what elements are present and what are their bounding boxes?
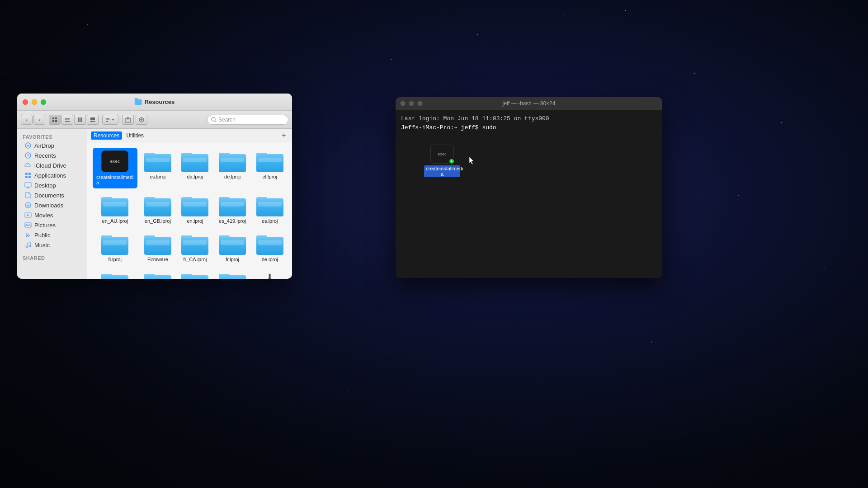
desktop-icon [24,182,32,189]
favorites-label: Favorites [17,132,87,141]
sidebar-downloads-label: Downloads [34,202,63,209]
file-label-da-lproj: da.lproj [187,174,203,180]
svg-rect-30 [28,176,31,178]
svg-rect-29 [25,176,28,178]
file-item-cs-lproj[interactable]: cs.lproj [141,148,175,188]
group-sort-buttons [102,115,118,125]
sidebar-item-pictures[interactable]: Pictures [19,220,85,230]
sidebar-item-icloud[interactable]: iCloud Drive [19,160,85,170]
finder-content: Resources Utilities + exec createinstall… [87,129,292,279]
sidebar-item-music[interactable]: Music [19,240,85,250]
sidebar-item-airdrop[interactable]: AirDrop [19,141,85,150]
sidebar-item-downloads[interactable]: Downloads [19,200,85,210]
file-item-os-installer[interactable]: ⬇ mac OS macOS [253,269,287,279]
tag-button[interactable] [136,115,147,125]
file-item-de-lproj[interactable]: de.lproj [216,148,250,188]
svg-line-23 [215,121,217,122]
svg-point-22 [212,117,215,121]
file-item-fr-lproj[interactable]: fr.lproj [216,230,250,265]
svg-rect-13 [94,121,95,122]
minimize-button[interactable] [32,99,37,105]
icon-view-button[interactable] [49,115,61,125]
terminal-titlebar: jeff — -bash — 80×24 [396,97,662,110]
documents-icon [24,192,32,199]
file-item-el-lproj[interactable]: el.lproj [253,148,287,188]
back-button[interactable]: ‹ [21,115,33,125]
path-add-button[interactable]: + [279,131,288,140]
file-item-en-au-lproj[interactable]: en_AU.lproj [93,192,137,227]
svg-rect-0 [52,117,54,119]
search-box[interactable]: Search [207,115,288,125]
applications-icon [24,172,32,179]
file-item-en-gb-lproj[interactable]: en_GB.lproj [141,192,175,227]
file-item-createinstallmedia[interactable]: exec createinstallmedia [93,148,137,188]
file-label-fr-ca-lproj: fr_CA.lproj [183,257,207,263]
path-utilities[interactable]: Utilities [123,131,146,140]
finder-window: Resources ‹ › [17,94,292,279]
file-item-en-lproj[interactable]: en.lproj [178,192,212,227]
file-item-es-419-lproj[interactable]: es_419.lproj [216,192,250,227]
svg-rect-27 [25,173,28,175]
file-label-en-au-lproj: en_AU.lproj [102,218,128,224]
file-item-he-lproj[interactable]: he.lproj [253,230,287,265]
file-item-row4-col2[interactable] [141,269,175,279]
recents-icon [24,152,32,159]
desktop-drag-item[interactable]: exec + createinstallmedia [424,145,460,177]
gallery-view-button[interactable] [87,115,99,125]
list-view-button[interactable] [61,115,73,125]
svg-point-39 [29,245,31,247]
file-item-es-lproj[interactable]: es.lproj [253,192,287,227]
terminal-body[interactable]: Last login: Mon Jun 18 11:03:25 on ttys0… [396,110,662,278]
sidebar-item-documents[interactable]: Documents [19,190,85,200]
forward-button[interactable]: › [33,115,45,125]
close-button[interactable] [23,99,28,105]
file-label-es-lproj: es.lproj [262,218,278,224]
drag-copy-plus-icon: + [448,158,455,164]
svg-rect-9 [81,117,83,122]
share-button[interactable] [122,115,134,125]
sidebar-item-recents[interactable]: Recents [19,150,85,160]
sidebar-item-desktop[interactable]: Desktop [19,180,85,190]
svg-rect-16 [106,121,108,122]
terminal-maximize-button[interactable] [417,101,423,106]
file-item-da-lproj[interactable]: da.lproj [178,148,212,188]
downloads-icon [24,202,32,209]
music-icon [24,241,32,249]
finder-body: Favorites AirDrop [17,129,292,279]
exec-file-icon: exec [101,150,128,172]
terminal-minimize-button[interactable] [409,101,414,106]
file-item-row4-col3[interactable] [178,269,212,279]
file-item-firmware[interactable]: Firmware [141,230,175,265]
maximize-button[interactable] [41,99,46,105]
icloud-icon [24,162,32,169]
sort-button[interactable] [102,115,118,125]
svg-rect-12 [92,121,94,122]
sidebar-documents-label: Documents [34,192,64,199]
file-item-fi-lproj[interactable]: fi.lproj [93,230,137,265]
os-installer-icon: ⬇ mac OS [256,272,283,279]
sidebar-item-movies[interactable]: Movies [19,210,85,220]
file-label-el-lproj: el.lproj [262,174,277,180]
svg-rect-4 [65,118,70,119]
desktop-item-label: createinstallmedia [424,165,460,177]
path-resources[interactable]: Resources [91,131,122,140]
airdrop-icon [24,142,32,149]
file-item-fr-ca-lproj[interactable]: fr_CA.lproj [178,230,212,265]
terminal-close-button[interactable] [400,101,406,106]
file-label-fi-lproj: fi.lproj [108,257,122,263]
column-view-button[interactable] [74,115,86,125]
sidebar-item-public[interactable]: Public [19,230,85,240]
svg-rect-5 [65,119,70,120]
svg-rect-11 [90,121,92,122]
terminal-window: jeff — -bash — 80×24 Last login: Mon Jun… [396,97,662,278]
sidebar-music-label: Music [34,242,50,249]
svg-rect-6 [65,121,70,122]
sidebar-item-applications[interactable]: Applications [19,170,85,180]
file-item-row4-col1[interactable] [93,269,137,279]
search-icon [211,117,217,122]
svg-rect-31 [25,183,31,187]
file-label-firmware: Firmware [147,257,168,263]
file-item-row4-col4[interactable] [216,269,250,279]
svg-point-25 [28,146,28,147]
shared-label: Shared [17,253,87,262]
